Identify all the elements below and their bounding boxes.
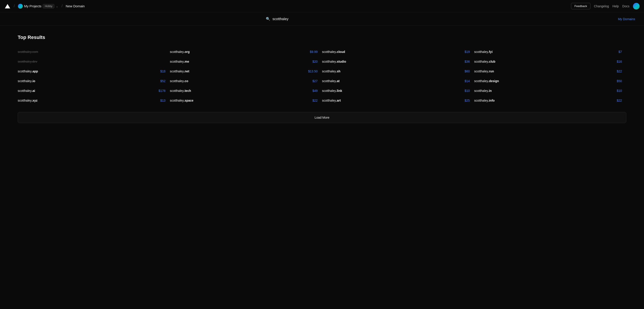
domain-cell[interactable]: scotthaley.app$18 bbox=[18, 66, 170, 76]
domain-price: $52 bbox=[160, 79, 166, 83]
domain-price: $9.99 bbox=[310, 50, 318, 54]
domain-name: scotthaley.net bbox=[170, 70, 189, 73]
domain-cell: scotthaley.dev bbox=[18, 57, 170, 66]
avatar[interactable] bbox=[633, 3, 640, 10]
domain-price: $18 bbox=[160, 70, 166, 73]
changelog-link[interactable]: Changelog bbox=[594, 5, 609, 8]
header: / My Projects Hobby ⌄ / New Domain Feedb… bbox=[0, 0, 644, 13]
domain-name: scotthaley.at bbox=[322, 79, 340, 83]
domain-name: scotthaley.cloud bbox=[322, 50, 345, 54]
search-input[interactable] bbox=[272, 17, 361, 21]
domain-cell[interactable]: scotthaley.org$9.99 bbox=[170, 47, 322, 57]
domain-name: scotthaley.info bbox=[474, 99, 495, 102]
domain-name: scotthaley.xyz bbox=[18, 99, 38, 102]
page-title: New Domain bbox=[66, 4, 85, 8]
domain-cell[interactable]: scotthaley.run$22 bbox=[474, 66, 626, 76]
domain-cell[interactable]: scotthaley.xyz$13 bbox=[18, 96, 170, 105]
domain-cell[interactable]: scotthaley.club$16 bbox=[474, 57, 626, 66]
feedback-button[interactable]: Feedback bbox=[571, 3, 590, 9]
domain-price: $20 bbox=[312, 60, 318, 63]
chevron-down-icon[interactable]: ⌄ bbox=[56, 5, 58, 8]
domain-name: scotthaley.org bbox=[170, 50, 190, 54]
domain-name: scotthaley.art bbox=[322, 99, 341, 102]
domain-cell[interactable]: scotthaley.studio$36 bbox=[322, 57, 474, 66]
domain-cell[interactable]: scotthaley.tech$49 bbox=[170, 86, 322, 96]
domain-price: $25 bbox=[465, 99, 470, 102]
plan-badge: Hobby bbox=[43, 4, 54, 9]
domain-name: scotthaley.link bbox=[322, 89, 342, 93]
domain-cell[interactable]: scotthaley.cloud$19 bbox=[322, 47, 474, 57]
breadcrumb-sep-2: / bbox=[62, 4, 62, 9]
domain-name: scotthaley.studio bbox=[322, 60, 346, 63]
domain-price: $7 bbox=[618, 50, 622, 54]
domain-name: scotthaley.app bbox=[18, 70, 38, 73]
domain-price: $19 bbox=[465, 50, 470, 54]
domain-price: $10 bbox=[617, 89, 622, 93]
domain-cell[interactable]: scotthaley.net$13.50 bbox=[170, 66, 322, 76]
load-more-section: Load More bbox=[18, 112, 626, 123]
search-icon: 🔍 bbox=[266, 17, 270, 21]
help-link[interactable]: Help bbox=[612, 5, 619, 8]
domain-cell[interactable]: scotthaley.me$20 bbox=[170, 57, 322, 66]
domain-price: $178 bbox=[158, 89, 166, 93]
domain-price: $27 bbox=[312, 79, 318, 83]
project-name: My Projects bbox=[24, 4, 41, 8]
docs-link[interactable]: Docs bbox=[622, 5, 630, 8]
domain-price: $14 bbox=[465, 79, 470, 83]
domain-price: $10 bbox=[465, 89, 470, 93]
domain-name: scotthaley.run bbox=[474, 70, 494, 73]
domain-name: scotthaley.io bbox=[18, 79, 35, 83]
domain-name: scotthaley.club bbox=[474, 60, 496, 63]
domain-name: scotthaley.dev bbox=[18, 60, 37, 63]
domain-price: $22 bbox=[312, 99, 318, 102]
load-more-button[interactable]: Load More bbox=[18, 112, 626, 123]
domain-grid: scotthaley.comscotthaley.org$9.99scottha… bbox=[18, 47, 626, 105]
domain-cell[interactable]: scotthaley.info$22 bbox=[474, 96, 626, 105]
domain-price: $36 bbox=[465, 60, 470, 63]
domain-cell[interactable]: scotthaley.space$22 bbox=[170, 96, 322, 105]
domain-cell[interactable]: scotthaley.co$27 bbox=[170, 76, 322, 86]
domain-name: scotthaley.me bbox=[170, 60, 189, 63]
logo-icon[interactable] bbox=[4, 3, 10, 9]
domain-name: scotthaley.sh bbox=[322, 70, 340, 73]
domain-name: scotthaley.com bbox=[18, 50, 38, 54]
domain-cell[interactable]: scotthaley.sh$60 bbox=[322, 66, 474, 76]
main-content: Top Results scotthaley.comscotthaley.org… bbox=[0, 26, 644, 132]
domain-cell: scotthaley.com bbox=[18, 47, 170, 57]
domain-price: $13.50 bbox=[308, 70, 318, 73]
triangle-icon bbox=[5, 4, 10, 9]
domain-price: $49 bbox=[312, 89, 318, 93]
domain-price: $22 bbox=[617, 70, 622, 73]
my-domains-link[interactable]: My Domains bbox=[618, 17, 635, 21]
domain-cell[interactable]: scotthaley.link$10 bbox=[322, 86, 474, 96]
domain-cell[interactable]: scotthaley.in$10 bbox=[474, 86, 626, 96]
domain-price: $50 bbox=[617, 79, 622, 83]
breadcrumb-sep-1: / bbox=[14, 4, 15, 9]
domain-name: scotthaley.tech bbox=[170, 89, 191, 93]
domain-name: scotthaley.space bbox=[170, 99, 194, 102]
project-icon bbox=[18, 4, 23, 9]
domain-price: $16 bbox=[617, 60, 622, 63]
domain-cell[interactable]: scotthaley.fyi$7 bbox=[474, 47, 626, 57]
domain-name: scotthaley.co bbox=[170, 79, 188, 83]
domain-name: scotthaley.design bbox=[474, 79, 499, 83]
domain-price: $22 bbox=[617, 99, 622, 102]
domain-cell[interactable]: scotthaley.art$25 bbox=[322, 96, 474, 105]
domain-name: scotthaley.in bbox=[474, 89, 492, 93]
domain-cell[interactable]: scotthaley.io$52 bbox=[18, 76, 170, 86]
domain-name: scotthaley.ai bbox=[18, 89, 35, 93]
top-results-heading: Top Results bbox=[18, 35, 626, 40]
domain-cell[interactable]: scotthaley.at$14 bbox=[322, 76, 474, 86]
domain-price: $13 bbox=[160, 99, 166, 102]
domain-cell[interactable]: scotthaley.ai$178 bbox=[18, 86, 170, 96]
header-right: Feedback Changelog Help Docs bbox=[571, 3, 640, 10]
domain-name: scotthaley.fyi bbox=[474, 50, 492, 54]
domain-price: $60 bbox=[465, 70, 470, 73]
header-left: / My Projects Hobby ⌄ / New Domain bbox=[4, 3, 85, 9]
domain-cell[interactable]: scotthaley.design$50 bbox=[474, 76, 626, 86]
project-section[interactable]: My Projects Hobby ⌄ bbox=[18, 4, 58, 9]
search-container: 🔍 bbox=[9, 17, 618, 21]
search-section: 🔍 My Domains bbox=[0, 13, 644, 26]
